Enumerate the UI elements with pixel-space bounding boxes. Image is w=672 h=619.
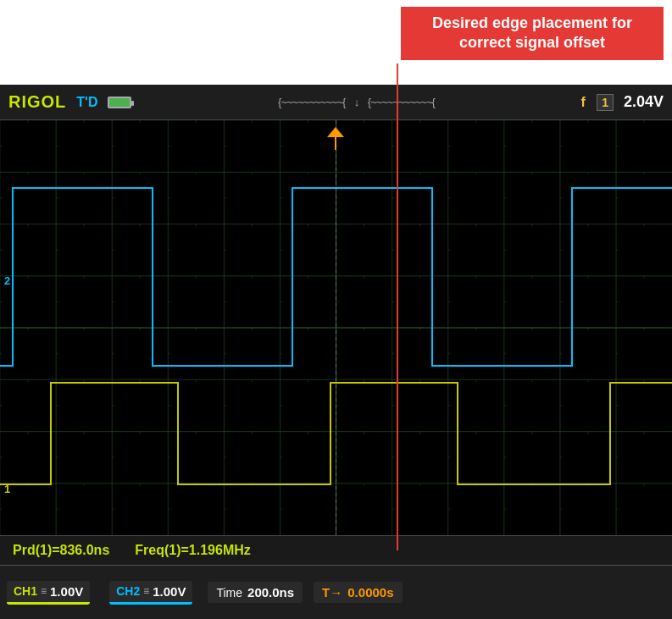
time-label: Time (216, 586, 242, 600)
trigger-label: T→ (322, 585, 342, 600)
scope-svg: 2 1 (0, 120, 672, 535)
trigger-value: 0.0000s (347, 585, 393, 600)
voltage-reading: 2.04V (624, 93, 664, 111)
mode-label: T'D (76, 95, 97, 110)
annotation-text: Desired edge placement for correct signa… (432, 14, 632, 51)
svg-text:1: 1 (4, 483, 10, 495)
annotation-box: Desired edge placement for correct signa… (401, 7, 664, 60)
svg-text:2: 2 (4, 274, 10, 287)
scope-measbar: Prd(1)=836.0ns Freq(1)=1.196MHz (0, 535, 672, 565)
ch1-info: CH1 ≡ 1.00V (7, 581, 90, 605)
scope-botbar: CH1 ≡ 1.00V CH2 ≡ 1.00V Time 200.0ns T→ … (0, 565, 672, 619)
frequency-measurement: Freq(1)=1.196MHz (135, 543, 251, 558)
time-value: 200.0ns (247, 585, 294, 600)
battery-icon (108, 97, 131, 108)
ch2-name: CH2 (116, 584, 140, 598)
ch2-info[interactable]: CH2 ≡ 1.00V (109, 581, 192, 605)
period-measurement: Prd(1)=836.0ns (13, 543, 109, 558)
scope-display: 2 1 (0, 120, 672, 535)
ch1-coupling: ≡ (41, 585, 47, 597)
trigger-info: T→ 0.0000s (314, 582, 402, 603)
ch1-name: CH1 (14, 584, 37, 598)
annotation-line (397, 64, 398, 550)
channel-box: 1 (597, 94, 614, 111)
scope-topbar: RIGOL T'D {~~~~~~~~~~~{ ↓ {~~~~~~~~~~~{ … (0, 85, 672, 120)
wave-indicator: {~~~~~~~~~~~{ ↓ {~~~~~~~~~~~{ (142, 96, 570, 108)
time-info: Time 200.0ns (208, 582, 303, 603)
ch2-coupling: ≡ (143, 585, 149, 597)
frequency-indicator: f 1 (580, 94, 613, 111)
ch1-voltage: 1.00V (50, 584, 83, 599)
brand-label: RIGOL (8, 92, 66, 112)
ch2-voltage: 1.00V (153, 584, 186, 599)
